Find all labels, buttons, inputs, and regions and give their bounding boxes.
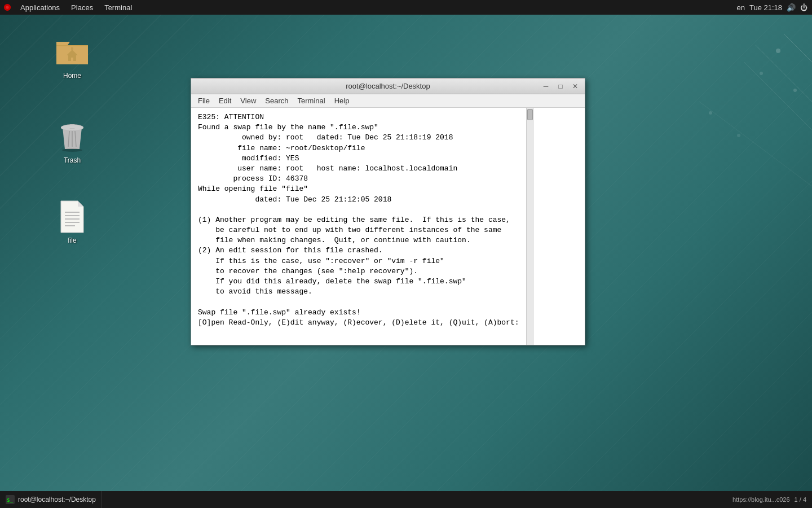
menubar-lang: en	[736, 3, 744, 12]
taskbar-right: https://blog.itu...c026 1 / 4	[732, 496, 812, 503]
terminal-menu-file[interactable]: File	[193, 94, 214, 108]
svg-line-1	[744, 62, 812, 130]
maximize-button[interactable]: □	[553, 80, 568, 93]
taskbar-page-info: 1 / 4	[795, 496, 806, 503]
scrollbar[interactable]	[526, 108, 534, 345]
desktop: Applications Places Terminal en Tue 21:1…	[0, 0, 812, 508]
file-image	[54, 199, 90, 235]
taskbar-item-label: root@localhost:~/Desktop	[18, 496, 96, 503]
menubar-applications[interactable]: Applications	[15, 0, 65, 15]
taskbar-terminal-item[interactable]: $_ root@localhost:~/Desktop	[0, 491, 102, 508]
terminal-window: root@localhost:~/Desktop ─ □ ✕ File Edit…	[191, 78, 585, 345]
svg-line-6	[699, 102, 812, 186]
terminal-menu-edit[interactable]: Edit	[214, 94, 236, 108]
menubar-places[interactable]: Places	[65, 0, 99, 15]
volume-icon[interactable]: 🔊	[787, 3, 796, 12]
scrollbar-thumb[interactable]	[527, 109, 533, 120]
menubar-time: Tue 21:18	[749, 3, 782, 12]
terminal-titlebar: root@localhost:~/Desktop ─ □ ✕	[191, 78, 585, 94]
power-icon[interactable]: ⏻	[800, 3, 807, 12]
close-button[interactable]: ✕	[568, 80, 582, 93]
svg-point-3	[776, 49, 780, 53]
taskbar: $_ root@localhost:~/Desktop https://blog…	[0, 491, 812, 508]
svg-point-4	[793, 89, 797, 92]
svg-point-5	[760, 72, 763, 75]
desktop-decoration	[586, 17, 812, 356]
minimize-button[interactable]: ─	[539, 80, 553, 93]
home-folder-image	[54, 34, 90, 70]
trash-icon[interactable]: Trash	[50, 119, 95, 165]
svg-point-11	[6, 6, 8, 8]
svg-point-7	[709, 111, 712, 115]
svg-line-0	[756, 45, 812, 102]
trash-image	[54, 119, 90, 155]
terminal-menubar: File Edit View Search Terminal Help	[191, 94, 585, 108]
taskbar-url: https://blog.itu...c026	[732, 496, 790, 503]
terminal-content[interactable]: E325: ATTENTION Found a swap file by the…	[191, 108, 526, 345]
svg-line-2	[784, 34, 812, 62]
os-logo[interactable]	[0, 0, 15, 15]
terminal-menu-view[interactable]: View	[236, 94, 261, 108]
titlebar-buttons: ─ □ ✕	[539, 80, 582, 93]
terminal-menu-terminal[interactable]: Terminal	[293, 94, 330, 108]
menubar-terminal[interactable]: Terminal	[99, 0, 138, 15]
svg-rect-18	[68, 125, 76, 128]
home-folder-icon[interactable]: Home	[50, 34, 95, 80]
menubar-left: Applications Places Terminal	[0, 0, 138, 15]
file-label: file	[50, 236, 95, 245]
terminal-menu-search[interactable]: Search	[261, 94, 293, 108]
menubar-right: en Tue 21:18 🔊 ⏻	[736, 3, 812, 12]
menubar: Applications Places Terminal en Tue 21:1…	[0, 0, 812, 15]
terminal-title: root@localhost:~/Desktop	[196, 82, 580, 90]
terminal-menu-help[interactable]: Help	[330, 94, 354, 108]
svg-point-19	[62, 148, 82, 152]
file-document-icon[interactable]: file	[50, 199, 95, 245]
home-folder-label: Home	[50, 71, 95, 80]
trash-label: Trash	[50, 156, 95, 165]
svg-point-8	[737, 134, 740, 137]
taskbar-terminal-icon: $_	[6, 495, 15, 504]
svg-text:$_: $_	[7, 497, 13, 503]
